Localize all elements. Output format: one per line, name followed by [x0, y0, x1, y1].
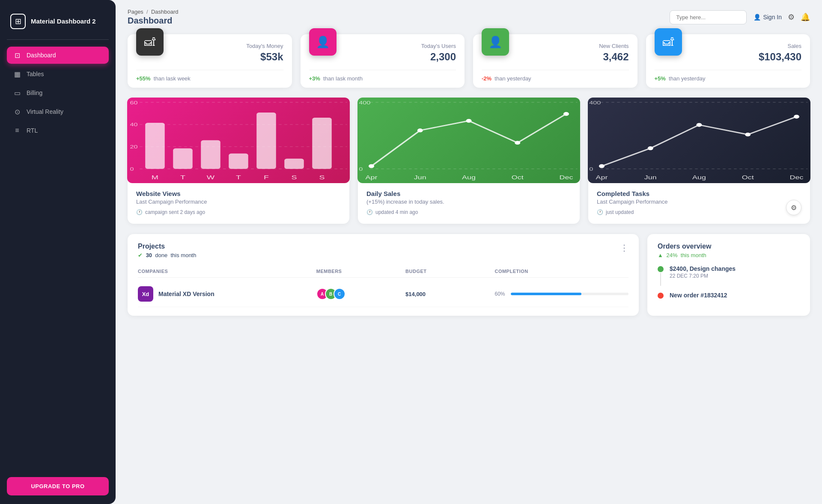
- svg-point-43: [745, 133, 751, 136]
- rtl-icon: ≡: [13, 126, 21, 135]
- order-line-0: [658, 265, 664, 286]
- chart-footer-text-completed-tasks: just updated: [606, 209, 634, 215]
- stat-change-money: +55%: [136, 75, 151, 82]
- members-cell: ABC: [316, 288, 405, 300]
- signin-label: Sign In: [763, 14, 782, 21]
- chart-footer-text-daily-sales: updated 4 min ago: [375, 209, 418, 215]
- chart-title-website-views: Website Views: [136, 190, 341, 197]
- breadcrumb: Pages / Dashboard: [128, 9, 179, 15]
- svg-text:Oct: Oct: [742, 175, 754, 181]
- projects-title: Projects: [138, 243, 196, 250]
- stat-change-users: +3%: [309, 75, 320, 82]
- stat-footer-clients: -2% than yesterday: [482, 70, 629, 82]
- upgrade-button[interactable]: UPGRADE TO PRO: [7, 477, 109, 495]
- svg-text:M: M: [152, 174, 158, 181]
- table-rows: Xd Material XD Version ABC $14,000 60%: [138, 281, 628, 307]
- svg-text:0: 0: [130, 166, 134, 172]
- svg-point-28: [466, 119, 472, 123]
- svg-point-27: [417, 128, 423, 132]
- topbar-actions: 👤 Sign In ⚙ 🔔: [754, 12, 810, 22]
- svg-text:Jun: Jun: [644, 175, 657, 181]
- done-label: done: [155, 252, 167, 258]
- svg-text:Dec: Dec: [560, 175, 573, 181]
- sidebar-item-virtual-reality[interactable]: ⊙ Virtual Reality: [7, 103, 109, 120]
- col-header-budget: BUDGET: [405, 269, 494, 274]
- stats-grid: 🛋 Today's Money $53k +55% than lask week…: [128, 34, 810, 88]
- svg-point-41: [648, 146, 653, 150]
- sidebar-item-billing[interactable]: ▭ Billing: [7, 84, 109, 101]
- svg-text:Aug: Aug: [462, 175, 476, 181]
- chart-body-website-views: Website Views Last Campaign Performance …: [128, 183, 349, 224]
- svg-text:Jun: Jun: [414, 175, 426, 181]
- svg-rect-14: [312, 118, 332, 169]
- breadcrumb-current: Dashboard: [151, 9, 179, 15]
- virtual-reality-icon: ⊙: [13, 107, 21, 116]
- brand-icon: ⊞: [10, 14, 26, 29]
- sidebar-label-virtual-reality: Virtual Reality: [27, 108, 63, 115]
- sidebar-brand: ⊞ Material Dashboard 2: [7, 9, 109, 40]
- chart-subtitle-daily-sales: (+15%) increase in today sales.: [366, 199, 571, 205]
- stat-card-money: 🛋 Today's Money $53k +55% than lask week: [128, 34, 292, 88]
- order-content-1: New order #1832412: [670, 292, 727, 299]
- svg-text:S: S: [291, 174, 297, 181]
- member-avatar-2: C: [334, 288, 345, 300]
- chart-body-completed-tasks: Completed Tasks Last Campaign Performanc…: [588, 183, 810, 224]
- sidebar-item-rtl[interactable]: ≡ RTL: [7, 122, 109, 139]
- sidebar: ⊞ Material Dashboard 2 ⊡ Dashboard ▦ Tab…: [0, 0, 116, 504]
- orders-title: Orders overview: [658, 243, 800, 250]
- chart-visual-website-views: 60 40 20 0 MTWTFSS: [127, 98, 350, 183]
- svg-text:400: 400: [589, 100, 601, 105]
- order-time-0: 22 DEC 7:20 PM: [670, 273, 736, 279]
- chart-body-daily-sales: Daily Sales (+15%) increase in today sal…: [358, 183, 580, 224]
- topbar: Pages / Dashboard Dashboard 👤 Sign In ⚙ …: [128, 9, 810, 26]
- svg-point-40: [599, 164, 605, 168]
- stat-card-users: 👤 Today's Users 2,300 +3% than lask mont…: [301, 34, 465, 88]
- orders-period: this month: [681, 252, 706, 258]
- bell-icon[interactable]: 🔔: [801, 12, 810, 22]
- svg-text:Aug: Aug: [692, 175, 706, 181]
- order-item-0: $2400, Design changes 22 DEC 7:20 PM: [658, 265, 800, 286]
- order-content-0: $2400, Design changes 22 DEC 7:20 PM: [670, 265, 736, 279]
- svg-point-42: [697, 123, 702, 127]
- sidebar-label-dashboard: Dashboard: [27, 52, 56, 59]
- chart-footer-text-website-views: campaign sent 2 days ago: [145, 209, 205, 215]
- svg-rect-12: [256, 113, 276, 169]
- col-header-companies: COMPANIES: [138, 269, 316, 274]
- svg-text:20: 20: [130, 144, 138, 150]
- sidebar-item-tables[interactable]: ▦ Tables: [7, 65, 109, 83]
- svg-text:Oct: Oct: [512, 175, 524, 181]
- order-amount-0: $2400, Design changes: [670, 265, 736, 272]
- done-count: 30: [146, 252, 152, 258]
- table-row: Xd Material XD Version ABC $14,000 60%: [138, 281, 628, 307]
- svg-text:0: 0: [359, 166, 363, 172]
- bottom-grid: Projects ✔ 30 done this month ⋮ COMPANIE…: [128, 234, 810, 316]
- svg-point-30: [563, 112, 569, 116]
- charts-grid: 60 40 20 0 MTWTFSS Website Views Last Ca…: [128, 98, 810, 224]
- tables-icon: ▦: [13, 70, 21, 78]
- svg-rect-13: [284, 159, 304, 169]
- user-icon: 👤: [754, 14, 761, 21]
- svg-text:0: 0: [589, 166, 593, 172]
- sidebar-nav: ⊡ Dashboard ▦ Tables ▭ Billing ⊙ Virtual…: [7, 47, 109, 470]
- topbar-right: 👤 Sign In ⚙ 🔔: [670, 10, 810, 24]
- search-input[interactable]: [670, 10, 747, 24]
- company-logo: Xd: [138, 286, 153, 302]
- order-line-1: [658, 292, 664, 299]
- signin-button[interactable]: 👤 Sign In: [754, 14, 782, 21]
- stat-icon-clients: 👤: [482, 28, 509, 56]
- dashboard-icon: ⊡: [13, 51, 21, 59]
- projects-menu-icon[interactable]: ⋮: [620, 243, 628, 253]
- stat-icon-sales: 🛋: [655, 28, 682, 56]
- brand-name: Material Dashboard 2: [31, 18, 96, 25]
- chart-action-btn-completed-tasks[interactable]: ⚙: [786, 200, 801, 215]
- chart-card-daily-sales: 400 0 AprJunAugOctDec Daily Sales (+15%)…: [358, 98, 580, 224]
- progress-bar: [511, 293, 628, 295]
- sidebar-item-dashboard[interactable]: ⊡ Dashboard: [7, 47, 109, 64]
- order-connector-0: [660, 273, 661, 286]
- svg-text:W: W: [207, 174, 215, 181]
- completion-pct: 60%: [494, 291, 507, 297]
- completion-cell: 60%: [494, 291, 628, 297]
- settings-icon[interactable]: ⚙: [788, 12, 795, 22]
- stat-footer-money: +55% than lask week: [136, 70, 283, 82]
- order-dot-0: [658, 266, 664, 272]
